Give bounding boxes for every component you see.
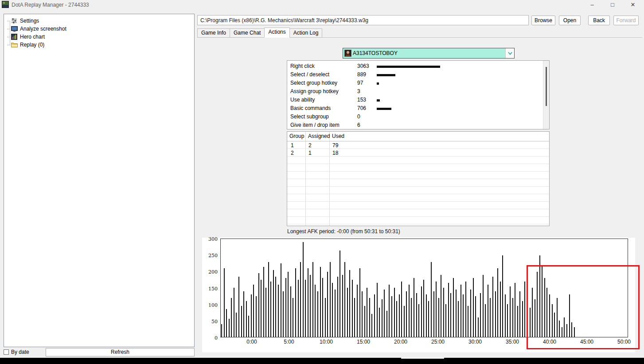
dropdown-arrow-icon[interactable]: [505, 48, 514, 58]
action-row[interactable]: Right click3063: [287, 62, 549, 70]
tab-actions[interactable]: Actions: [264, 27, 289, 38]
action-row[interactable]: Select group hotkey97: [287, 79, 549, 87]
chart-bar: [312, 262, 313, 337]
window-title: DotA Replay Manager - 2744333: [12, 2, 89, 8]
chart-bar: [517, 306, 518, 337]
action-label: Give item / drop item: [290, 122, 340, 128]
chart-bar: [265, 288, 266, 337]
tab-action-log[interactable]: Action Log: [289, 28, 323, 38]
hero-chart-icon: [11, 33, 18, 40]
sidebar-item-label: Analyze screenshot: [20, 26, 66, 32]
tab-game-chat[interactable]: Game Chat: [230, 28, 265, 38]
chart-bar: [468, 306, 468, 337]
table-row: [287, 209, 549, 217]
x-tick-label: 30:00: [466, 339, 484, 345]
chart-bar: [342, 275, 343, 337]
replay-path-input[interactable]: [197, 15, 529, 25]
open-button[interactable]: Open: [559, 16, 581, 25]
actions-list: Right click3063Select / deselect889Selec…: [287, 60, 550, 129]
sidebar-tree: SettingsAnalyze screenshotHero chartRepl…: [4, 14, 195, 347]
header-assigned[interactable]: Assigned: [308, 133, 330, 139]
chart-bar: [221, 324, 222, 337]
chart-bar: [377, 283, 378, 337]
action-label: Select / deselect: [290, 71, 329, 78]
x-tick-label: 0:00: [243, 339, 261, 345]
chart-bar: [483, 275, 484, 337]
chart-bar: [438, 298, 439, 337]
action-row[interactable]: Select / deselect889: [287, 70, 549, 79]
action-count: 6: [357, 122, 360, 128]
action-count: 153: [357, 97, 366, 103]
header-used[interactable]: Used: [332, 133, 344, 139]
chart-bar: [362, 291, 363, 337]
header-group[interactable]: Group: [289, 133, 304, 139]
chart-bar: [512, 298, 513, 337]
action-count: 3063: [357, 63, 369, 69]
sidebar-item-label: Replay (0): [20, 42, 44, 48]
tree-connector: [7, 29, 10, 29]
refresh-button[interactable]: Refresh: [46, 348, 195, 356]
chart-bar: [308, 268, 308, 337]
action-bar: [377, 99, 380, 102]
chart-bar: [488, 285, 488, 337]
chart-bar: [519, 291, 520, 337]
chart-bar: [507, 304, 508, 337]
action-bar: [377, 108, 391, 110]
y-tick-label: 250: [202, 253, 218, 258]
chart-bar: [293, 298, 293, 337]
minimize-button[interactable]: –: [582, 0, 602, 10]
chart-bar: [389, 285, 390, 337]
action-row[interactable]: Use ability153: [287, 96, 549, 104]
sidebar-item-hero-chart[interactable]: Hero chart: [7, 33, 45, 41]
chart-bar: [401, 282, 402, 337]
chart-bar: [495, 291, 496, 337]
tree-connector: [7, 21, 10, 21]
chart-bar: [315, 285, 316, 337]
sidebar-item-label: Settings: [20, 18, 39, 24]
sidebar-item-analyze-screenshot[interactable]: Analyze screenshot: [7, 25, 66, 33]
action-row[interactable]: Basic commands706: [287, 104, 549, 113]
chart-bar: [330, 262, 331, 337]
sidebar-item-replay[interactable]: Replay (0): [7, 41, 44, 49]
chart-bar: [374, 294, 375, 337]
by-date-checkbox[interactable]: [4, 349, 9, 355]
chart-bar: [243, 291, 244, 337]
table-row[interactable]: 2118: [287, 149, 549, 157]
table-row: [287, 172, 549, 179]
action-label: Basic commands: [290, 105, 331, 111]
chart-bar: [411, 298, 412, 337]
chart-bar: [386, 311, 387, 337]
cell-group: 2: [291, 150, 294, 156]
chart-bar: [335, 290, 336, 337]
close-button[interactable]: ✕: [623, 0, 643, 10]
player-dropdown[interactable]: A3134TOSTOBOY: [343, 48, 515, 59]
chart-bar: [448, 283, 449, 337]
table-row: [287, 202, 549, 209]
cell-used: 18: [332, 150, 338, 156]
red-highlight-box: [527, 265, 640, 349]
titlebar: DotA Replay Manager - 2744333 – □ ✕: [0, 0, 644, 10]
chart-bar: [258, 273, 259, 337]
back-button[interactable]: Back: [588, 16, 610, 25]
app-window: DotA Replay Manager - 2744333 – □ ✕ Sett…: [0, 0, 644, 364]
chart-bar: [332, 283, 333, 337]
sidebar-item-settings[interactable]: Settings: [7, 17, 39, 25]
chart-bar: [524, 282, 525, 337]
chart-bar: [426, 294, 427, 337]
chart-bar: [409, 285, 410, 337]
tab-game-info[interactable]: Game Info: [197, 28, 230, 38]
table-row[interactable]: 1279: [287, 141, 549, 149]
chart-bar: [502, 255, 503, 337]
chart-bar: [371, 314, 372, 337]
browse-button[interactable]: Browse: [531, 16, 555, 25]
maximize-button[interactable]: □: [603, 0, 622, 10]
afk-period-text: Longest AFK period: -0:00 (from 50:31 to…: [287, 228, 400, 235]
action-row[interactable]: Give item / drop item6: [287, 121, 549, 129]
forward-button[interactable]: Forward: [613, 16, 639, 25]
chart-bar: [456, 290, 457, 337]
app-icon: [2, 1, 9, 8]
action-row[interactable]: Assign group hotkey3: [287, 87, 549, 96]
action-row[interactable]: Select subgroup0: [287, 113, 549, 121]
chart-bar: [305, 280, 306, 337]
chart-bar: [461, 285, 461, 337]
